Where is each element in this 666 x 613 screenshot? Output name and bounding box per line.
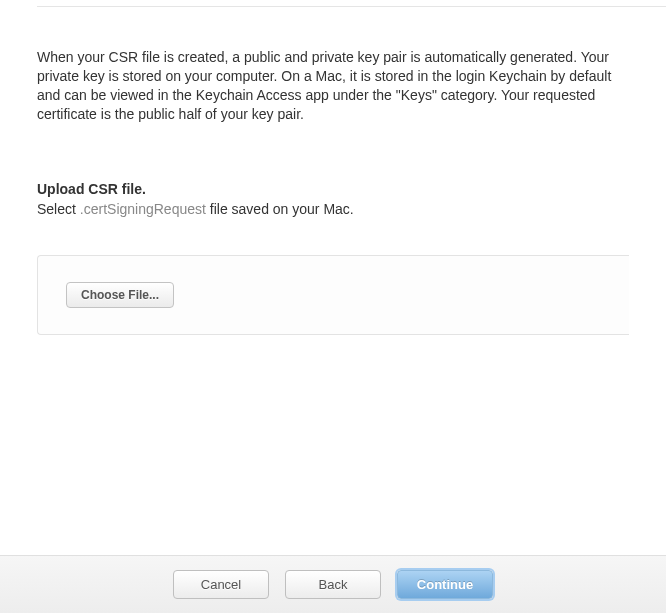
upload-suffix: file saved on your Mac.	[206, 201, 354, 217]
main-content: When your CSR file is created, a public …	[0, 7, 666, 335]
footer-bar: Cancel Back Continue	[0, 555, 666, 613]
upload-file-extension: .certSigningRequest	[80, 201, 206, 217]
upload-heading: Upload CSR file.	[37, 181, 629, 197]
upload-box: Choose File...	[37, 255, 629, 335]
back-button[interactable]: Back	[285, 570, 381, 599]
continue-button[interactable]: Continue	[397, 570, 493, 599]
upload-subtext: Select .certSigningRequest file saved on…	[37, 201, 629, 217]
upload-prefix: Select	[37, 201, 80, 217]
description-text: When your CSR file is created, a public …	[37, 48, 629, 124]
cancel-button[interactable]: Cancel	[173, 570, 269, 599]
choose-file-button[interactable]: Choose File...	[66, 282, 174, 308]
